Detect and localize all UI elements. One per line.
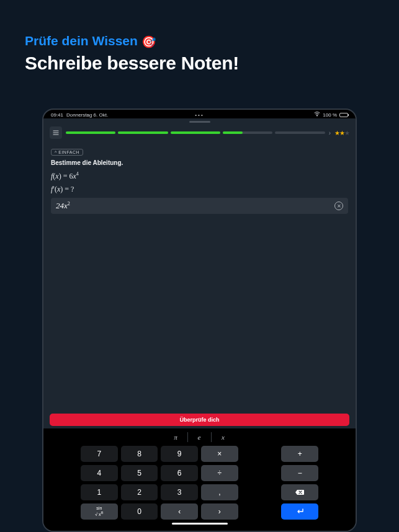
star-on-icon: ★ — [334, 130, 339, 136]
star-off-icon: ★ — [344, 130, 349, 136]
progress-segment — [223, 131, 272, 134]
progress-bar — [66, 131, 325, 134]
math-keyboard: πex 789×+456÷−123,sin√ xn0‹› — [43, 428, 356, 531]
key-6[interactable]: 6 — [161, 465, 198, 481]
hero-title: Schreibe bessere Noten! — [25, 53, 374, 74]
drag-handle[interactable] — [189, 121, 210, 123]
svg-point-0 — [317, 115, 318, 117]
menu-button[interactable] — [50, 126, 62, 139]
symbol-key-π[interactable]: π — [164, 432, 188, 442]
key-4[interactable]: 4 — [81, 465, 118, 481]
battery-icon — [339, 113, 348, 117]
key-‹[interactable]: ‹ — [161, 503, 198, 520]
backspace-key[interactable] — [281, 484, 318, 500]
symbol-row: πex — [81, 432, 318, 442]
target-icon: 🎯 — [141, 35, 156, 48]
exercise-prompt: Bestimme die Ableitung. — [51, 159, 348, 166]
key-1[interactable]: 1 — [81, 484, 118, 500]
key-+[interactable]: + — [281, 446, 318, 462]
progress-segment — [171, 131, 220, 134]
hero-subtitle: Prüfe dein Wissen 🎯 — [25, 33, 374, 49]
star-on-icon: ★ — [339, 130, 344, 136]
star-rating: ★★★ — [334, 130, 349, 136]
scientific-toggle-key[interactable]: sin√ xn — [81, 503, 118, 520]
enter-key[interactable] — [281, 503, 318, 520]
status-time: 09:41 — [51, 112, 63, 118]
clear-answer-button[interactable]: ✕ — [334, 202, 343, 210]
key-−[interactable]: − — [281, 465, 318, 481]
progress-segment — [66, 131, 115, 134]
status-bar: 09:41 Donnerstag 6. Okt. ••• 100 % — [43, 110, 356, 118]
key-÷[interactable]: ÷ — [201, 465, 238, 481]
check-button[interactable]: Überprüfe dich — [50, 414, 349, 426]
answer-input[interactable]: 24x2 ✕ — [51, 198, 348, 214]
progress-segment — [275, 131, 325, 134]
key-7[interactable]: 7 — [81, 446, 118, 462]
difficulty-badge: ^ EINFACH — [51, 149, 83, 156]
key-2[interactable]: 2 — [121, 484, 158, 500]
progress-segment — [118, 131, 168, 134]
symbol-key-e[interactable]: e — [188, 432, 212, 442]
answer-value: 24x2 — [56, 201, 70, 211]
exercise-question: f′(x) = ? — [51, 185, 348, 194]
key-3[interactable]: 3 — [161, 484, 198, 500]
status-date: Donnerstag 6. Okt. — [66, 112, 108, 118]
symbol-key-x[interactable]: x — [212, 432, 235, 442]
wifi-icon — [314, 112, 320, 118]
key-×[interactable]: × — [201, 446, 238, 462]
multitask-dots[interactable]: ••• — [195, 112, 204, 118]
key-,[interactable]: , — [201, 484, 238, 500]
progress-chevron-icon: › — [329, 130, 331, 136]
key-0[interactable]: 0 — [121, 503, 158, 520]
key-5[interactable]: 5 — [121, 465, 158, 481]
tablet-frame: 09:41 Donnerstag 6. Okt. ••• 100 % › ★★★… — [42, 109, 357, 532]
home-indicator[interactable] — [172, 523, 228, 525]
exercise-given: f(x) = 6x4 — [51, 171, 348, 181]
battery-text: 100 % — [323, 112, 337, 118]
key-8[interactable]: 8 — [121, 446, 158, 462]
key-9[interactable]: 9 — [161, 446, 198, 462]
key-›[interactable]: › — [201, 503, 238, 520]
